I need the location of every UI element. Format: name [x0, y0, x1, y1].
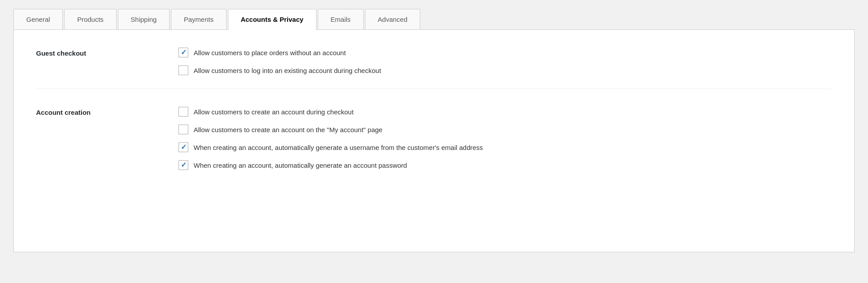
section-options-guest-checkout: ✓Allow customers to place orders without…	[178, 48, 832, 75]
checkbox-create-account-my-account[interactable]	[178, 125, 188, 134]
checkmark-icon: ✓	[181, 49, 187, 56]
section-label-guest-checkout: Guest checkout	[36, 48, 178, 75]
checkmark-icon: ✓	[181, 162, 187, 169]
checkbox-label-allow-login-during-checkout: Allow customers to log into an existing …	[194, 66, 381, 75]
checkbox-row-allow-login-during-checkout: Allow customers to log into an existing …	[178, 65, 832, 75]
section-label-account-creation: Account creation	[36, 107, 178, 170]
tab-products[interactable]: Products	[64, 9, 116, 29]
tab-shipping[interactable]: Shipping	[118, 9, 170, 29]
checkbox-label-auto-generate-username: When creating an account, automatically …	[194, 143, 483, 152]
checkbox-row-create-account-my-account: Allow customers to create an account on …	[178, 125, 832, 134]
checkbox-auto-generate-username[interactable]: ✓	[178, 142, 188, 152]
checkbox-row-allow-orders-without-account: ✓Allow customers to place orders without…	[178, 48, 832, 57]
section-guest-checkout: Guest checkout✓Allow customers to place …	[36, 48, 832, 89]
content-area: Guest checkout✓Allow customers to place …	[13, 30, 855, 252]
checkbox-label-allow-orders-without-account: Allow customers to place orders without …	[194, 48, 346, 57]
checkbox-allow-orders-without-account[interactable]: ✓	[178, 48, 188, 57]
section-options-account-creation: Allow customers to create an account dur…	[178, 107, 832, 170]
checkbox-row-auto-generate-username: ✓When creating an account, automatically…	[178, 142, 832, 152]
checkmark-icon: ✓	[181, 144, 187, 151]
checkbox-label-create-account-my-account: Allow customers to create an account on …	[194, 125, 382, 134]
checkbox-auto-generate-password[interactable]: ✓	[178, 160, 188, 170]
checkbox-row-auto-generate-password: ✓When creating an account, automatically…	[178, 160, 832, 170]
page-wrapper: GeneralProductsShippingPaymentsAccounts …	[0, 0, 868, 283]
tab-accounts-privacy[interactable]: Accounts & Privacy	[228, 9, 316, 30]
section-account-creation: Account creationAllow customers to creat…	[36, 107, 832, 183]
tab-general[interactable]: General	[13, 9, 63, 29]
checkbox-label-create-account-during-checkout: Allow customers to create an account dur…	[194, 107, 353, 117]
tab-advanced[interactable]: Advanced	[365, 9, 421, 29]
checkbox-row-create-account-during-checkout: Allow customers to create an account dur…	[178, 107, 832, 117]
checkbox-allow-login-during-checkout[interactable]	[178, 65, 188, 75]
checkbox-label-auto-generate-password: When creating an account, automatically …	[194, 161, 407, 170]
checkbox-create-account-during-checkout[interactable]	[178, 107, 188, 117]
tabs-bar: GeneralProductsShippingPaymentsAccounts …	[13, 9, 855, 30]
tab-payments[interactable]: Payments	[171, 9, 227, 29]
tab-emails[interactable]: Emails	[318, 9, 364, 29]
